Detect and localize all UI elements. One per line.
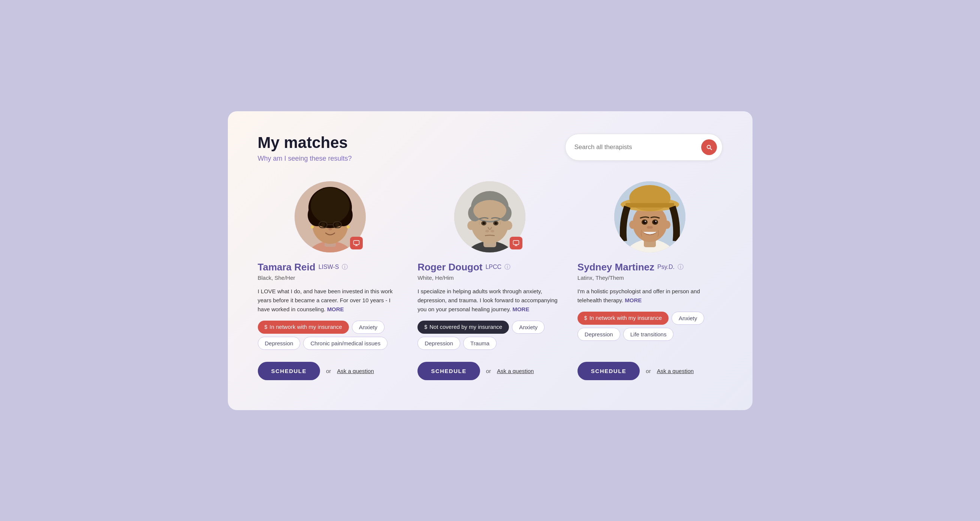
therapist-credential-sydney: Psy.D. [657,264,675,270]
therapist-bio-sydney: I'm a holistic psychologist and offer in… [578,287,722,305]
therapist-demo-tamara: Black, She/Her [258,275,295,281]
avatar-container-sydney [614,181,686,253]
avatar-container-tamara [294,181,366,253]
therapist-first-last-roger: Roger Dougot [417,261,482,273]
specialty-tag-anxiety-tamara: Anxiety [352,321,385,334]
specialty-tag-trauma-roger: Trauma [463,337,496,350]
therapist-credential-tamara: LISW-S [318,264,339,270]
svg-point-12 [321,223,325,227]
info-icon-sydney[interactable]: ⓘ [678,263,684,271]
svg-point-36 [467,221,475,230]
svg-point-32 [483,222,485,224]
video-badge-roger [510,237,522,249]
tags-roger: $Not covered by my insurance Anxiety Dep… [417,321,563,350]
specialty-tag-depression-roger: Depression [417,337,460,350]
svg-point-34 [485,230,489,232]
therapist-card-roger-dougot: Roger Dougot LPCC ⓘ White, He/Him I spec… [417,181,563,380]
svg-point-14 [328,228,332,230]
dollar-icon-roger: $ [424,324,427,330]
svg-point-29 [473,200,506,221]
ask-question-tamara[interactable]: Ask a question [337,368,374,374]
insurance-tag-roger: $Not covered by my insurance [417,321,509,334]
therapist-demo-sydney: Latinx, They/Them [578,275,624,281]
specialty-tag-depression-tamara: Depression [258,337,301,350]
tags-tamara: $In network with my insurance Anxiety De… [258,321,403,350]
search-button[interactable] [701,139,717,155]
therapist-demo-roger: White, He/Him [417,275,454,281]
monitor-icon [353,240,360,246]
page-title: My matches [258,134,352,152]
svg-point-13 [335,223,339,227]
schedule-button-sydney[interactable]: SCHEDULE [578,362,640,380]
schedule-button-roger[interactable]: SCHEDULE [417,362,480,380]
bio-more-tamara[interactable]: MORE [327,306,344,312]
info-icon-tamara[interactable]: ⓘ [342,263,348,271]
ask-question-roger[interactable]: Ask a question [497,368,534,374]
search-input[interactable] [574,143,701,151]
insurance-tag-tamara: $In network with my insurance [258,321,349,334]
tags-sydney: $In network with my insurance Anxiety De… [578,311,722,341]
dollar-icon-tamara: $ [264,324,267,330]
svg-point-35 [490,230,494,232]
header-left: My matches Why am I seeing these results… [258,134,352,162]
svg-point-8 [311,187,350,224]
specialty-tag-transitions-sydney: Life transitions [623,328,674,341]
specialty-tag-anxiety-roger: Anxiety [512,321,544,334]
bio-more-roger[interactable]: MORE [512,306,529,312]
svg-point-33 [495,222,497,224]
svg-point-55 [655,221,657,222]
therapist-bio-tamara: I LOVE what I do, and have been invested… [258,287,403,314]
or-text-tamara: or [326,368,331,374]
card-footer-tamara: SCHEDULE or Ask a question [258,362,374,380]
insurance-tag-sydney: $In network with my insurance [578,311,668,325]
svg-point-59 [664,221,670,229]
specialty-tag-chronic-tamara: Chronic pain/medical issues [303,337,388,350]
therapist-credential-roger: LPCC [485,264,501,270]
specialty-tag-depression-sydney: Depression [578,328,620,341]
therapist-name-roger: Roger Dougot LPCC ⓘ [417,261,511,273]
avatar-sydney [614,181,686,253]
info-icon-roger[interactable]: ⓘ [504,263,511,271]
therapist-first-last-tamara: Tamara Reid [258,261,315,273]
ask-question-sydney[interactable]: Ask a question [657,368,694,374]
page-header: My matches Why am I seeing these results… [258,134,722,162]
search-icon [706,144,713,151]
or-text-roger: or [486,368,491,374]
svg-point-16 [347,226,350,229]
svg-point-58 [629,221,636,229]
svg-point-37 [505,221,512,230]
therapists-grid: Tamara Reid LISW-S ⓘ Black, She/Her I LO… [258,181,722,380]
or-text-sydney: or [646,368,651,374]
video-badge-tamara [350,237,363,249]
therapist-bio-roger: I specialize in helping adults work thro… [417,287,563,314]
avatar-container-roger [454,181,525,253]
card-footer-roger: SCHEDULE or Ask a question [417,362,534,380]
therapist-name-tamara: Tamara Reid LISW-S ⓘ [258,261,348,273]
card-footer-sydney: SCHEDULE or Ask a question [578,362,694,380]
therapist-card-tamara-reid: Tamara Reid LISW-S ⓘ Black, She/Her I LO… [258,181,403,380]
dollar-icon-sydney: $ [584,315,587,321]
schedule-button-tamara[interactable]: SCHEDULE [258,362,320,380]
search-bar [565,134,722,161]
therapist-card-sydney-martinez: Sydney Martinez Psy.D. ⓘ Latinx, They/Th… [578,181,722,380]
svg-point-54 [644,221,646,222]
svg-rect-38 [514,240,519,245]
main-card: My matches Why am I seeing these results… [228,111,752,410]
therapist-first-last-sydney: Sydney Martinez [578,261,654,273]
svg-point-57 [649,226,653,229]
svg-point-15 [311,226,314,229]
monitor-icon-roger [513,240,519,246]
therapist-name-sydney: Sydney Martinez Psy.D. ⓘ [578,261,684,273]
svg-rect-49 [625,203,674,208]
svg-rect-17 [353,240,359,245]
why-results-link[interactable]: Why am I seeing these results? [258,155,352,162]
bio-more-sydney[interactable]: MORE [625,297,641,303]
specialty-tag-anxiety-sydney: Anxiety [671,311,704,325]
